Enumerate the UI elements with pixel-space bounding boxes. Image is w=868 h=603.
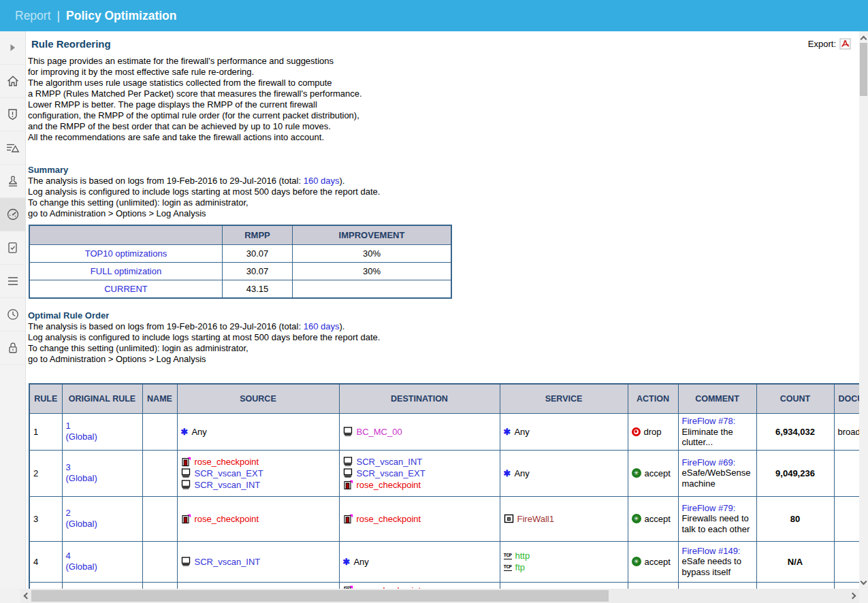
pdf-export-icon[interactable]: [839, 38, 851, 50]
entity: FireWall1: [504, 513, 624, 525]
intro-paragraph: This page provides an estimate for the f…: [28, 56, 852, 143]
entity: rose_checkpoint: [343, 479, 496, 491]
fireflow-link[interactable]: FireFlow #79:: [682, 503, 736, 513]
section-line: To change this setting (unlimited): logi…: [28, 343, 852, 354]
entity: ✱Any: [343, 556, 496, 568]
top-header-bar: Report | Policy Optimization: [0, 0, 868, 31]
entity: TCPhttp: [504, 550, 624, 561]
destination-cell: rose_checkpointSCR_Internal_Net_192_168_…: [339, 582, 500, 589]
title-separator: |: [57, 9, 61, 23]
fireflow-link[interactable]: FireFlow #78:: [682, 416, 736, 426]
original-rule-line: 4: [66, 551, 139, 561]
sidebar-item-history[interactable]: [0, 298, 25, 331]
summary-rmpp-cell: 43.15: [223, 280, 293, 299]
vertical-scroll-thumb[interactable]: [860, 43, 867, 96]
original-rule-link[interactable]: (Global): [66, 473, 97, 483]
scroll-right-icon[interactable]: [848, 589, 858, 603]
section-title: Optimal Rule Order: [28, 310, 852, 321]
summary-row-link[interactable]: FULL optimization: [91, 266, 161, 276]
original-rule-link[interactable]: 1: [66, 421, 71, 431]
service-cell: FireWall1: [500, 496, 628, 541]
horizontal-scroll-thumb[interactable]: [31, 590, 609, 602]
total-days-link[interactable]: 160 days: [304, 321, 340, 331]
sidebar-item-security[interactable]: [0, 331, 25, 365]
summary-row: TOP10 optimizations30.0730%: [29, 245, 451, 263]
original-rule-link[interactable]: (Global): [66, 431, 97, 442]
sidebar-item-rule-alerts[interactable]: [0, 131, 25, 165]
action-accept: ✳accept: [632, 557, 675, 567]
name-cell: [142, 450, 177, 496]
fireflow-link[interactable]: FireFlow #149:: [682, 546, 741, 556]
scroll-down-icon[interactable]: [859, 577, 868, 587]
rule-row: 23(Global)rose_checkpointSCR_vscan_EXTSC…: [29, 450, 859, 496]
sidebar-item-home[interactable]: [0, 65, 25, 98]
entity-label[interactable]: SCR_vscan_INT: [357, 456, 423, 468]
entity-label[interactable]: http: [515, 550, 530, 561]
entity-label[interactable]: rose_checkpoint: [357, 479, 421, 491]
original-rule-link[interactable]: 2: [66, 508, 71, 518]
sidebar-item-inventory[interactable]: [0, 265, 25, 298]
firewall-icon: [343, 480, 353, 490]
summary-row-link[interactable]: CURRENT: [104, 284, 148, 294]
entity: ✱Any: [504, 426, 624, 438]
entity-label[interactable]: rose_checkpoint: [195, 513, 259, 525]
name-cell: [142, 541, 177, 582]
scroll-left-icon[interactable]: [21, 589, 31, 603]
entity-label: Any: [353, 556, 368, 568]
firewall-icon: [181, 514, 191, 524]
entity-label: Any: [514, 468, 529, 479]
original-rule-link[interactable]: (Global): [66, 519, 97, 529]
sidebar-expand-button[interactable]: [0, 31, 25, 65]
original-rule-cell: [62, 582, 142, 589]
sidebar-item-optimization[interactable]: [0, 198, 25, 231]
entity-label[interactable]: rose_checkpoint: [195, 456, 259, 468]
original-rule-link[interactable]: 3: [66, 462, 71, 472]
fw-service-icon: [504, 514, 514, 523]
total-days-link[interactable]: 160 days: [304, 176, 340, 186]
entity: SCR_vscan_EXT: [343, 468, 496, 479]
entity-label[interactable]: SCR_vscan_INT: [195, 556, 261, 568]
export-control[interactable]: Export:: [808, 38, 851, 50]
original-rule-link[interactable]: 4: [66, 551, 71, 561]
action-cell: ✳accept: [628, 450, 678, 496]
export-label: Export:: [808, 39, 836, 49]
original-rule-link[interactable]: (Global): [66, 561, 97, 572]
summary-label-cell: CURRENT: [29, 280, 223, 299]
section-title: Summary: [28, 165, 852, 176]
summary-rmpp-cell: 30.07: [223, 263, 293, 280]
entity-label[interactable]: BC_MC_00: [357, 426, 402, 438]
firewall-icon: [181, 457, 191, 467]
original-rule-line: 3: [66, 462, 139, 473]
list-icon: [7, 276, 19, 287]
any-icon: ✱: [504, 469, 511, 478]
summary-label-cell: TOP10 optimizations: [29, 245, 223, 263]
entity-label[interactable]: SCR_vscan_INT: [195, 479, 261, 491]
fireflow-link[interactable]: FireFlow #69:: [682, 457, 736, 468]
entity-label[interactable]: FireWall1: [517, 513, 554, 525]
report-content: Rule Reordering Export: This page provid…: [26, 31, 859, 589]
horizontal-scrollbar[interactable]: [20, 589, 859, 603]
stamp-icon: [7, 175, 19, 188]
rule-number-cell: 2: [29, 450, 62, 496]
sidebar-item-risks[interactable]: [0, 98, 25, 131]
summary-col-header: RMPP: [223, 225, 293, 245]
rules-table: RULEORIGINAL RULENAMESOURCEDESTINATIONSE…: [29, 383, 859, 589]
entity-label[interactable]: ftp: [515, 561, 525, 573]
entity-label[interactable]: rose_checkpoint: [357, 513, 421, 525]
rule-number-cell: 3: [29, 496, 62, 541]
vertical-scrollbar[interactable]: [859, 31, 868, 589]
action-accept: ✳accept: [632, 468, 675, 478]
original-rule-line: 1: [66, 421, 139, 431]
sidebar-item-regulatory[interactable]: [0, 165, 25, 198]
destination-cell: ✱Any: [339, 541, 500, 582]
count-cell: N/A: [756, 541, 834, 582]
action-cell: ✳accept: [628, 541, 678, 582]
sidebar-item-policy-check[interactable]: [0, 231, 25, 265]
summary-rmpp-cell: 30.07: [223, 245, 293, 263]
entity-label: Any: [514, 426, 529, 438]
scroll-up-icon[interactable]: [859, 33, 868, 43]
summary-row-link[interactable]: TOP10 optimizations: [85, 248, 167, 259]
rules-header-row: RULEORIGINAL RULENAMESOURCEDESTINATIONSE…: [29, 384, 859, 414]
entity-label[interactable]: SCR_vscan_EXT: [195, 468, 263, 479]
entity-label[interactable]: SCR_vscan_EXT: [357, 468, 425, 479]
